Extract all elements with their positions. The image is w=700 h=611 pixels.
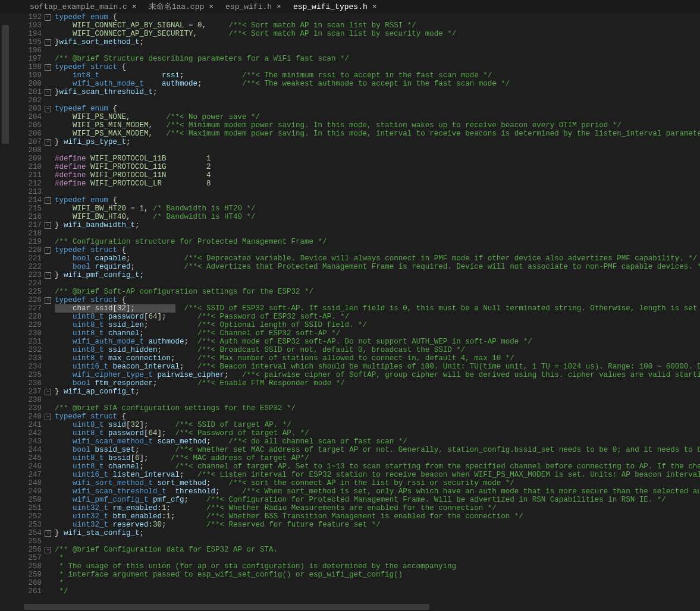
code-line[interactable] (55, 279, 700, 288)
code-line[interactable]: uint8_t password[64]; /**< Password of t… (55, 429, 700, 437)
fold-toggle-icon[interactable]: - (45, 14, 51, 21)
fold-column[interactable]: --------------- (44, 13, 52, 596)
close-icon[interactable]: × (372, 2, 377, 11)
code-line[interactable]: uint8_t channel; /**< Channel of ESP32 s… (55, 329, 700, 338)
code-line[interactable]: uint8_t password[64]; /**< Password of E… (55, 313, 700, 321)
fold-toggle-icon[interactable]: - (45, 389, 51, 395)
code-line[interactable]: typedef enum { (55, 196, 700, 204)
code-line[interactable]: wifi_scan_method_t scan_method; /**< do … (55, 437, 700, 446)
code-line[interactable]: char ssid[32]; /**< SSID of ESP32 soft-A… (55, 304, 700, 313)
code-line[interactable]: typedef struct { (55, 63, 700, 71)
fold-toggle-icon[interactable]: - (45, 414, 51, 420)
code-line[interactable]: /** Configuration structure for Protecte… (55, 238, 700, 246)
fold-toggle-icon[interactable]: - (45, 89, 51, 96)
code-line[interactable]: uint32_t reserved:30; /**< Reserved for … (55, 521, 700, 529)
code-line[interactable]: uint8_t max_connection; /**< Max number … (55, 354, 700, 363)
code-line[interactable] (55, 188, 700, 196)
code-line[interactable] (55, 96, 700, 105)
fold-toggle-icon[interactable]: - (45, 106, 51, 112)
code-line[interactable]: uint8_t bssid[6]; /**< MAC address of ta… (55, 454, 700, 462)
code-line[interactable]: } wifi_pmf_config_t; (55, 271, 700, 279)
fold-toggle-icon[interactable]: - (45, 64, 51, 71)
code-line[interactable]: uint8_t channel; /**< channel of target … (55, 462, 700, 471)
code-line[interactable]: wifi_cipher_type_t pairwise_cipher; /**<… (55, 371, 700, 379)
code-line[interactable]: WIFI_CONNECT_AP_BY_SIGNAL = 0, /**< Sort… (55, 21, 700, 30)
code-line[interactable]: typedef struct { (55, 296, 700, 304)
code-line[interactable]: /** @brief Structure describing paramete… (55, 55, 700, 63)
code-line[interactable]: typedef struct { (55, 412, 700, 421)
code-line[interactable]: uint32_t btm_enabled:1; /**< Whether BSS… (55, 512, 700, 521)
code-line[interactable]: wifi_auth_mode_t authmode; /**< The weak… (55, 80, 700, 88)
vertical-scrollbar[interactable] (0, 13, 11, 603)
code-line[interactable]: WIFI_BW_HT40, /* Bandwidth is HT40 */ (55, 213, 700, 221)
code-line[interactable]: } wifi_ps_type_t; (55, 138, 700, 146)
code-line[interactable]: WIFI_BW_HT20 = 1, /* Bandwidth is HT20 *… (55, 204, 700, 213)
code-line[interactable]: int8_t rssi; /**< The minimum rssi to ac… (55, 71, 700, 80)
code-line[interactable]: }wifi_scan_threshold_t; (55, 88, 700, 96)
code-line[interactable]: wifi_sort_method_t sort_method; /**< sor… (55, 479, 700, 487)
fold-toggle-icon[interactable]: - (45, 297, 51, 304)
code-line[interactable]: /** @brief Soft-AP configuration setting… (55, 288, 700, 296)
code-line[interactable]: * (55, 554, 700, 562)
line-number: 259 (18, 571, 42, 579)
code-line[interactable]: * (55, 579, 700, 587)
vertical-scroll-thumb[interactable] (2, 25, 9, 144)
code-line[interactable]: WIFI_PS_MIN_MODEM, /**< Minimum modem po… (55, 121, 700, 130)
code-line[interactable]: #define WIFI_PROTOCOL_11N 4 (55, 171, 700, 179)
code-line[interactable]: #define WIFI_PROTOCOL_LR 8 (55, 179, 700, 188)
tab-esp-wifi-types-h[interactable]: esp_wifi_types.h× (287, 0, 383, 13)
code-line[interactable]: wifi_auth_mode_t authmode; /**< Auth mod… (55, 338, 700, 346)
code-line[interactable]: uint16_t beacon_interval; /**< Beacon in… (55, 363, 700, 371)
close-icon[interactable]: × (132, 2, 137, 11)
code-line[interactable]: typedef enum { (55, 105, 700, 113)
fold-toggle-icon[interactable]: - (45, 39, 51, 46)
fold-toggle-icon[interactable]: - (45, 197, 51, 204)
code-line[interactable]: WIFI_PS_NONE, /**< No power save */ (55, 113, 700, 121)
code-line[interactable]: #define WIFI_PROTOCOL_11B 1 (55, 155, 700, 163)
code-line[interactable]: } wifi_sta_config_t; (55, 529, 700, 537)
code-line[interactable]: #define WIFI_PROTOCOL_11G 2 (55, 163, 700, 171)
code-line[interactable]: WIFI_CONNECT_AP_BY_SECURITY, /**< Sort m… (55, 30, 700, 38)
code-line[interactable]: bool capable; /**< Deprecated variable. … (55, 254, 700, 263)
code-line[interactable]: /** @brief STA configuration settings fo… (55, 404, 700, 412)
horizontal-scrollbar[interactable] (24, 603, 700, 611)
code-line[interactable]: bool bssid_set; /**< whether set MAC add… (55, 446, 700, 454)
fold-toggle-icon[interactable]: - (45, 272, 51, 279)
code-line[interactable]: typedef enum { (55, 13, 700, 21)
code-line[interactable]: * The usage of this union (for ap or sta… (55, 562, 700, 571)
tab-esp-wifi-h[interactable]: esp_wifi.h× (219, 0, 287, 13)
code-line[interactable]: } wifi_bandwidth_t; (55, 221, 700, 229)
code-line[interactable]: }wifi_sort_method_t; (55, 38, 700, 46)
tab----1aa-cpp[interactable]: 未命名1aa.cpp× (143, 0, 219, 13)
fold-toggle-icon[interactable]: - (45, 547, 51, 553)
fold-toggle-icon[interactable]: - (45, 222, 51, 229)
code-line[interactable]: * interface argument passed to esp_wifi_… (55, 571, 700, 579)
tab-softap-example-main-c[interactable]: softap_example_main.c× (24, 0, 143, 13)
code-line[interactable]: WIFI_PS_MAX_MODEM, /**< Maximum modem po… (55, 130, 700, 138)
code-line[interactable]: wifi_pmf_config_t pmf_cfg; /**< Configur… (55, 496, 700, 504)
code-line[interactable] (55, 229, 700, 238)
code-line[interactable] (55, 537, 700, 546)
code-line[interactable]: uint8_t ssid_len; /**< Optional length o… (55, 321, 700, 329)
fold-toggle-icon[interactable]: - (45, 530, 51, 537)
code-line[interactable] (55, 46, 700, 55)
horizontal-scroll-thumb[interactable] (24, 604, 429, 610)
code-line[interactable]: wifi_scan_threshold_t threshold; /**< Wh… (55, 487, 700, 496)
code-line[interactable]: bool required; /**< Advertizes that Prot… (55, 263, 700, 271)
code-line[interactable]: */ (55, 587, 700, 596)
code-line[interactable]: } wifi_ap_config_t; (55, 388, 700, 396)
code-area[interactable]: typedef enum { WIFI_CONNECT_AP_BY_SIGNAL… (52, 13, 700, 603)
code-line[interactable]: uint8_t ssid[32]; /**< SSID of target AP… (55, 421, 700, 429)
close-icon[interactable]: × (277, 2, 281, 11)
code-line[interactable]: uint16_t listen_interval; /**< Listen in… (55, 471, 700, 479)
fold-toggle-icon[interactable]: - (45, 247, 51, 254)
close-icon[interactable]: × (209, 2, 214, 11)
code-line[interactable]: uint32_t rm_enabled:1; /**< Whether Radi… (55, 504, 700, 512)
fold-toggle-icon[interactable]: - (45, 139, 51, 146)
code-line[interactable] (55, 146, 700, 155)
code-line[interactable]: uint8_t ssid_hidden; /**< Broadcast SSID… (55, 346, 700, 354)
code-line[interactable] (55, 396, 700, 404)
code-line[interactable]: typedef struct { (55, 246, 700, 254)
code-line[interactable]: /** @brief Configuration data for ESP32 … (55, 546, 700, 554)
code-line[interactable]: bool ftm_responder; /**< Enable FTM Resp… (55, 379, 700, 388)
